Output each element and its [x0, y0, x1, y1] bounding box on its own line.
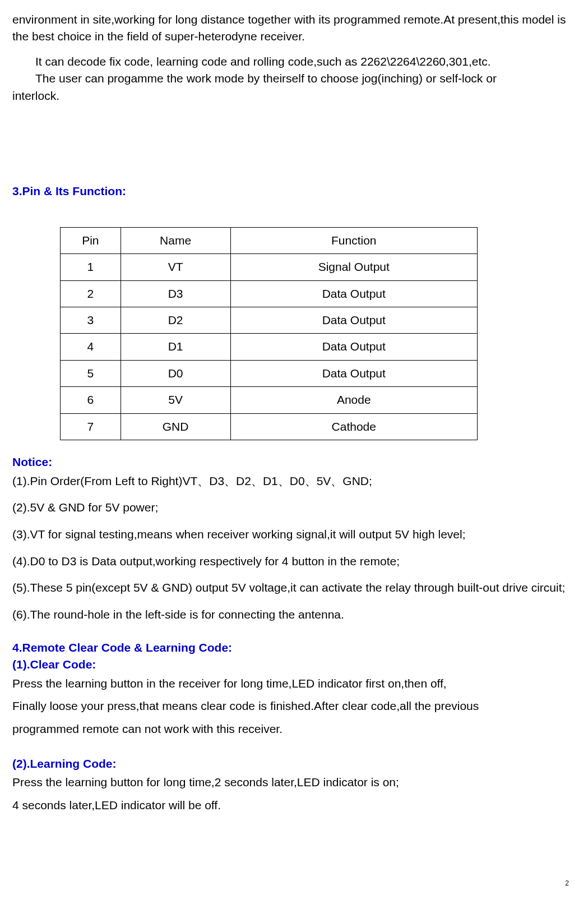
- learning-code-body: Press the learning button for long time,…: [12, 772, 576, 816]
- table-row: 7 GND Cathode: [61, 413, 478, 440]
- notice-item: (6).The round-hole in the left-side is f…: [12, 605, 576, 625]
- learning-code-line: Press the learning button for long time,…: [12, 772, 576, 793]
- notice-item: (3).VT for signal testing,means when rec…: [12, 524, 576, 545]
- page-number: 2: [565, 879, 569, 888]
- cell-func: Signal Output: [230, 254, 477, 280]
- table-row: 2 D3 Data Output: [61, 280, 478, 307]
- section4-sub1-heading: (1).Clear Code:: [12, 656, 576, 673]
- cell-pin: 3: [61, 307, 121, 333]
- cell-pin: 6: [61, 387, 121, 413]
- clear-code-body: Press the learning button in the receive…: [12, 674, 576, 740]
- intro-paragraph-1: environment in site,working for long dis…: [12, 11, 576, 45]
- table-row: 3 D2 Data Output: [61, 307, 478, 333]
- cell-func: Data Output: [230, 307, 477, 333]
- clear-code-line: Press the learning button in the receive…: [12, 674, 576, 694]
- cell-name: D1: [121, 334, 230, 360]
- table-row: 5 D0 Data Output: [61, 360, 478, 386]
- th-function: Function: [230, 227, 477, 253]
- page-content: environment in site,working for long dis…: [12, 11, 576, 892]
- cell-func: Anode: [230, 387, 477, 413]
- cell-func: Cathode: [230, 413, 477, 440]
- cell-name: VT: [121, 254, 230, 280]
- cell-name: D0: [121, 360, 230, 386]
- cell-func: Data Output: [230, 334, 477, 360]
- notice-item: (5).These 5 pin(except 5V & GND) output …: [12, 578, 576, 598]
- cell-pin: 5: [61, 360, 121, 386]
- notice-item: (2).5V & GND for 5V power;: [12, 497, 576, 518]
- cell-name: D3: [121, 280, 230, 307]
- cell-func: Data Output: [230, 280, 477, 307]
- table-row: 1 VT Signal Output: [61, 254, 478, 280]
- cell-func: Data Output: [230, 360, 477, 386]
- cell-pin: 7: [61, 413, 121, 440]
- notice-item: (4).D0 to D3 is Data output,working resp…: [12, 551, 576, 571]
- intro-paragraph-3a: The user can progamme the work mode by t…: [35, 70, 576, 87]
- table-header-row: Pin Name Function: [61, 227, 478, 253]
- table-row: 4 D1 Data Output: [61, 334, 478, 360]
- learning-code-line: 4 seconds later,LED indicator will be of…: [12, 795, 576, 816]
- notice-heading: Notice:: [12, 454, 576, 471]
- cell-pin: 2: [61, 280, 121, 307]
- th-name: Name: [121, 227, 230, 253]
- table-row: 6 5V Anode: [61, 387, 478, 413]
- intro-paragraph-2: It can decode fix code, learning code an…: [35, 53, 576, 70]
- cell-name: D2: [121, 307, 230, 333]
- section4-sub2-heading: (2).Learning Code:: [12, 755, 576, 772]
- section4-heading: 4.Remote Clear Code & Learning Code:: [12, 639, 576, 656]
- cell-name: 5V: [121, 387, 230, 413]
- pin-function-table: Pin Name Function 1 VT Signal Output 2 D…: [60, 227, 478, 441]
- cell-pin: 4: [61, 334, 121, 360]
- clear-code-line: Finally loose your press,that means clea…: [12, 696, 576, 717]
- th-pin: Pin: [61, 227, 121, 253]
- clear-code-line: programmed remote can not work with this…: [12, 719, 576, 740]
- section3-heading: 3.Pin & Its Function:: [12, 183, 576, 200]
- cell-name: GND: [121, 413, 230, 440]
- intro-paragraph-3b: interlock.: [12, 87, 576, 104]
- notice-list: (1).Pin Order(From Left to Right)VT、D3、D…: [12, 471, 576, 625]
- notice-item: (1).Pin Order(From Left to Right)VT、D3、D…: [12, 471, 576, 491]
- cell-pin: 1: [61, 254, 121, 280]
